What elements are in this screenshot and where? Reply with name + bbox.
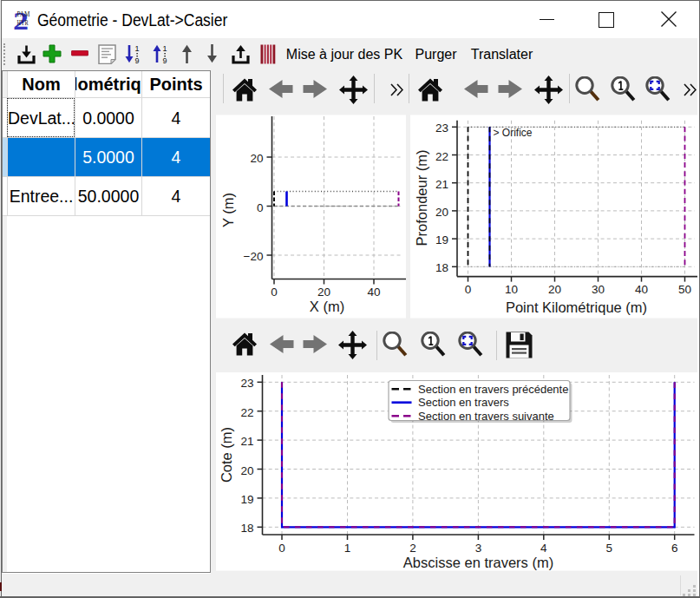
svg-text:10: 10 (504, 283, 517, 296)
svg-text:Point Kilométrique (m): Point Kilométrique (m) (505, 299, 646, 315)
svg-text:Profondeur (m): Profondeur (m) (414, 150, 429, 246)
svg-text:22: 22 (240, 406, 253, 419)
svg-text:> Orifice: > Orifice (493, 127, 532, 139)
svg-text:23: 23 (435, 122, 448, 135)
svg-text:−20: −20 (244, 250, 264, 263)
svg-text:Abscisse en travers (m): Abscisse en travers (m) (403, 555, 553, 570)
svg-text:0: 0 (271, 286, 278, 299)
svg-text:20: 20 (547, 283, 560, 296)
svg-text:PAM: PAM (17, 10, 30, 18)
svg-text:40: 40 (367, 286, 380, 299)
svg-text:3: 3 (475, 542, 482, 555)
svg-text:4: 4 (540, 542, 547, 555)
svg-text:X (m): X (m) (310, 299, 344, 314)
svg-text:Y (m): Y (m) (220, 193, 236, 227)
svg-text:20: 20 (317, 286, 330, 299)
svg-text:6: 6 (671, 542, 678, 555)
svg-text:20: 20 (250, 152, 263, 165)
svg-text:0: 0 (464, 283, 471, 296)
svg-text:9: 9 (134, 56, 139, 64)
svg-text:5: 5 (606, 542, 613, 555)
svg-text:Section en travers: Section en travers (418, 396, 509, 409)
svg-text:1: 1 (134, 44, 139, 53)
svg-text:Cote (m): Cote (m) (219, 427, 234, 483)
svg-text:19: 19 (240, 493, 253, 506)
svg-text:22: 22 (435, 150, 448, 163)
svg-text:Section en travers précédente: Section en travers précédente (418, 383, 568, 396)
svg-text:40: 40 (634, 283, 647, 296)
svg-text:21: 21 (240, 435, 253, 448)
svg-text:1: 1 (162, 44, 167, 53)
svg-text:0: 0 (257, 201, 264, 214)
svg-text:20: 20 (435, 206, 448, 219)
svg-text:HYR: HYR (17, 18, 29, 27)
svg-text:0: 0 (278, 542, 285, 555)
svg-text:1: 1 (344, 542, 351, 555)
svg-text:20: 20 (240, 464, 253, 477)
svg-text:2: 2 (409, 542, 416, 555)
svg-text:18: 18 (240, 522, 253, 535)
svg-text:Section en travers suivante: Section en travers suivante (418, 410, 554, 423)
svg-text:50: 50 (677, 283, 690, 296)
svg-text:30: 30 (591, 283, 604, 296)
svg-text:19: 19 (435, 233, 448, 246)
svg-text:23: 23 (240, 377, 253, 390)
svg-text:21: 21 (435, 178, 448, 191)
svg-text:18: 18 (435, 261, 448, 274)
svg-text:9: 9 (162, 56, 167, 64)
